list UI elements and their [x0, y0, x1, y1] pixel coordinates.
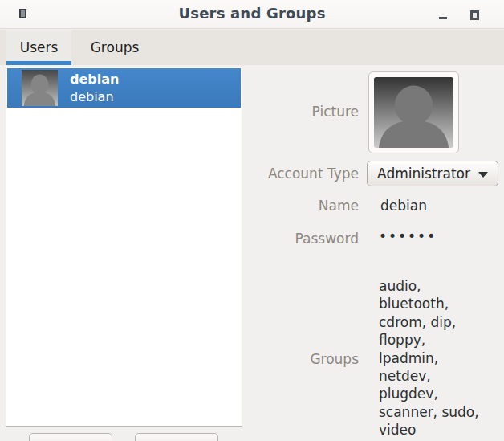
tabbar: Users Groups — [0, 30, 504, 65]
tab-groups-label: Groups — [91, 39, 140, 55]
groups-value: audio, bluetooth, cdrom, dip, floppy, lp… — [379, 277, 503, 439]
picture-button[interactable] — [368, 71, 459, 153]
user-row-debian[interactable]: debian debian — [7, 68, 241, 108]
user-list-button-left[interactable] — [29, 433, 112, 441]
groups-label: Groups — [241, 351, 359, 367]
picture-label: Picture — [241, 104, 359, 120]
active-tab-indicator — [6, 61, 71, 65]
tab-groups[interactable]: Groups — [78, 30, 152, 65]
user-list-button-right[interactable] — [135, 433, 218, 441]
chevron-down-icon — [478, 172, 488, 178]
account-type-label: Account Type — [241, 165, 359, 182]
user-list[interactable]: debian debian — [6, 67, 242, 427]
titlebar: Users and Groups — [0, 0, 504, 29]
password-label: Password — [241, 231, 359, 247]
picture-avatar-icon — [374, 77, 453, 148]
name-label: Name — [241, 198, 359, 214]
minimize-button[interactable] — [435, 6, 451, 22]
user-row-username: debian — [70, 71, 119, 87]
account-type-value: Administrator — [377, 165, 470, 182]
name-value[interactable]: debian — [380, 198, 427, 214]
maximize-button[interactable] — [465, 6, 483, 22]
user-avatar-icon — [22, 70, 58, 106]
user-row-display-name: debian — [70, 89, 114, 104]
account-type-dropdown[interactable]: Administrator — [367, 161, 498, 186]
tab-users-label: Users — [20, 39, 59, 55]
maximize-icon — [470, 10, 479, 20]
users-and-groups-window: Users and Groups Users Groups — [0, 0, 504, 441]
window-title: Users and Groups — [0, 5, 504, 22]
minimize-icon — [439, 17, 447, 19]
tab-users[interactable]: Users — [6, 30, 71, 65]
password-value[interactable]: •••••• — [379, 228, 437, 244]
